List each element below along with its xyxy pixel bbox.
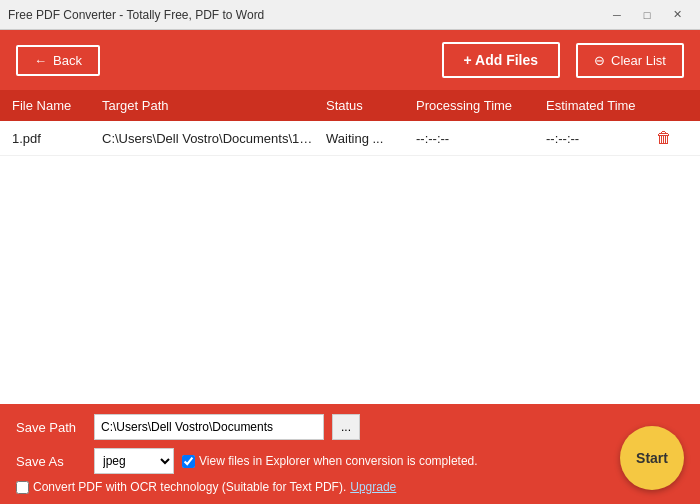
delete-row-button[interactable]: 🗑 bbox=[656, 129, 672, 147]
add-files-label: + Add Files bbox=[464, 52, 539, 68]
table-header: File Name Target Path Status Processing … bbox=[0, 90, 700, 121]
minimize-button[interactable]: ─ bbox=[602, 5, 632, 25]
clear-list-button[interactable]: ⊖ Clear List bbox=[576, 43, 684, 78]
cell-estimatedtime: --:--:-- bbox=[542, 129, 652, 148]
view-files-checkbox[interactable] bbox=[182, 455, 195, 468]
col-processingtime: Processing Time bbox=[412, 96, 542, 115]
table-row: 1.pdf C:\Users\Dell Vostro\Documents\1_i… bbox=[0, 121, 700, 156]
save-path-row: Save Path ... bbox=[16, 414, 684, 440]
cell-delete[interactable]: 🗑 bbox=[652, 127, 692, 149]
cell-targetpath: C:\Users\Dell Vostro\Documents\1_images bbox=[98, 129, 322, 148]
col-status: Status bbox=[322, 96, 412, 115]
col-targetpath: Target Path bbox=[98, 96, 322, 115]
ocr-checkbox[interactable] bbox=[16, 481, 29, 494]
col-filename: File Name bbox=[8, 96, 98, 115]
back-button[interactable]: ← Back bbox=[16, 45, 100, 76]
ocr-label: Convert PDF with OCR technology (Suitabl… bbox=[33, 480, 346, 494]
window-controls: ─ □ ✕ bbox=[602, 5, 692, 25]
back-arrow-icon: ← bbox=[34, 53, 47, 68]
start-label: Start bbox=[636, 450, 668, 466]
title-bar: Free PDF Converter - Totally Free, PDF t… bbox=[0, 0, 700, 30]
close-button[interactable]: ✕ bbox=[662, 5, 692, 25]
view-files-text: View files in Explorer when conversion i… bbox=[199, 454, 478, 468]
save-path-input[interactable] bbox=[94, 414, 324, 440]
save-path-label: Save Path bbox=[16, 420, 86, 435]
save-as-row: Save As jpeg png bmp gif tiff View files… bbox=[16, 448, 684, 474]
add-files-button[interactable]: + Add Files bbox=[442, 42, 561, 78]
save-as-select[interactable]: jpeg png bmp gif tiff bbox=[94, 448, 174, 474]
cell-status: Waiting ... bbox=[322, 129, 412, 148]
clear-list-label: Clear List bbox=[611, 53, 666, 68]
col-actions bbox=[652, 96, 692, 115]
toolbar: ← Back + Add Files ⊖ Clear List bbox=[0, 30, 700, 90]
back-label: Back bbox=[53, 53, 82, 68]
maximize-button[interactable]: □ bbox=[632, 5, 662, 25]
cell-filename: 1.pdf bbox=[8, 129, 98, 148]
ocr-upgrade-link[interactable]: Upgrade bbox=[350, 480, 396, 494]
cell-processingtime: --:--:-- bbox=[412, 129, 542, 148]
bottom-panel: Save Path ... Save As jpeg png bmp gif t… bbox=[0, 404, 700, 504]
start-button[interactable]: Start bbox=[620, 426, 684, 490]
browse-button[interactable]: ... bbox=[332, 414, 360, 440]
clear-list-icon: ⊖ bbox=[594, 53, 605, 68]
app-title: Free PDF Converter - Totally Free, PDF t… bbox=[8, 8, 264, 22]
table-body: 1.pdf C:\Users\Dell Vostro\Documents\1_i… bbox=[0, 121, 700, 404]
col-estimatedtime: Estimated Time bbox=[542, 96, 652, 115]
ocr-row: Convert PDF with OCR technology (Suitabl… bbox=[16, 480, 684, 494]
save-as-label: Save As bbox=[16, 454, 86, 469]
view-files-label[interactable]: View files in Explorer when conversion i… bbox=[182, 454, 478, 468]
